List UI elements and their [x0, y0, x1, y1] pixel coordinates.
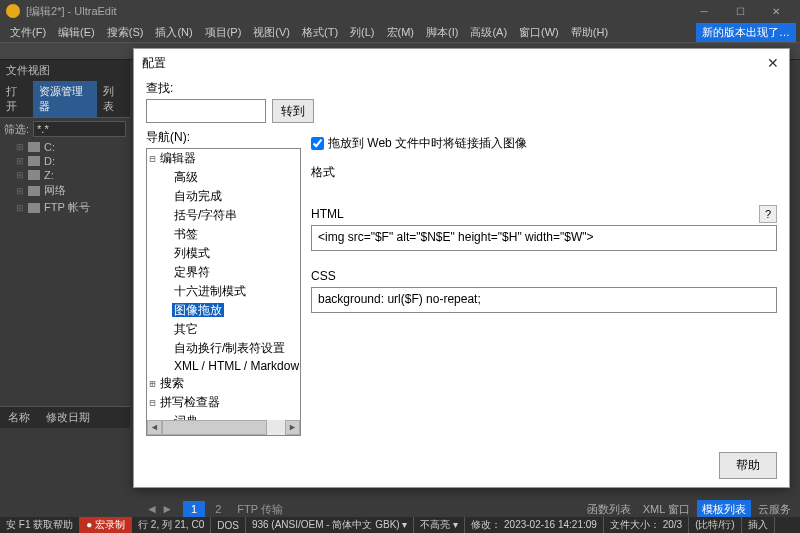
- explorer-item[interactable]: ⊞FTP 帐号: [0, 199, 130, 216]
- explorer-item[interactable]: ⊞D:: [0, 154, 130, 168]
- status-modified: 修改： 2023-02-16 14:21:09: [465, 517, 604, 533]
- format-label: 格式: [311, 164, 777, 181]
- menu-item[interactable]: 搜索(S): [101, 23, 150, 42]
- nav-label: 导航(N):: [146, 129, 301, 146]
- minimize-button[interactable]: ─: [686, 0, 722, 22]
- doc-tab-2[interactable]: 2: [209, 501, 227, 517]
- menu-item[interactable]: 格式(T): [296, 23, 344, 42]
- status-unit: (比特/行): [689, 517, 741, 533]
- menu-item[interactable]: 编辑(E): [52, 23, 101, 42]
- status-lineending[interactable]: DOS: [211, 517, 246, 533]
- menu-item[interactable]: 插入(N): [149, 23, 198, 42]
- tree-node[interactable]: ⊞搜索: [147, 374, 300, 393]
- side-panel-title: 文件视图: [0, 60, 130, 81]
- app-icon: [6, 4, 20, 18]
- ftp-tab[interactable]: FTP 传输: [231, 500, 289, 519]
- menu-item[interactable]: 列(L): [344, 23, 380, 42]
- side-tab-open[interactable]: 打开: [0, 81, 33, 117]
- status-position: 行 2, 列 21, C0: [132, 517, 211, 533]
- doc-tab-1[interactable]: 1: [183, 501, 205, 517]
- side-tab-list[interactable]: 列表: [97, 81, 130, 117]
- status-help: 安 F1 获取帮助: [0, 517, 80, 533]
- tree-node[interactable]: 定界符: [147, 263, 300, 282]
- tree-node[interactable]: ⊟拼写检查器: [147, 393, 300, 412]
- go-button[interactable]: 转到: [272, 99, 314, 123]
- filter-label: 筛选:: [4, 122, 29, 137]
- help-icon[interactable]: ?: [759, 205, 777, 223]
- menu-item[interactable]: 宏(M): [381, 23, 421, 42]
- html-template-input[interactable]: <img src="$F" alt="$N$E" height="$H" wid…: [311, 225, 777, 251]
- tree-hscroll[interactable]: ◄►: [147, 420, 300, 435]
- search-input[interactable]: [146, 99, 266, 123]
- css-template-input[interactable]: background: url($F) no-repeat;: [311, 287, 777, 313]
- col-date[interactable]: 修改日期: [38, 407, 98, 428]
- window-title: [编辑2*] - UltraEdit: [26, 4, 686, 19]
- menu-item[interactable]: 窗口(W): [513, 23, 565, 42]
- tab-arrows[interactable]: ◄ ►: [140, 502, 179, 516]
- tree-node[interactable]: 自动完成: [147, 187, 300, 206]
- menu-item[interactable]: 脚本(I): [420, 23, 464, 42]
- tree-node[interactable]: 自动换行/制表符设置: [147, 339, 300, 358]
- dialog-title: 配置: [142, 55, 765, 72]
- status-filesize: 文件大小： 20/3: [604, 517, 689, 533]
- status-insert[interactable]: 插入: [742, 517, 775, 533]
- col-name[interactable]: 名称: [0, 407, 38, 428]
- explorer-item[interactable]: ⊞C:: [0, 140, 130, 154]
- tree-node[interactable]: 高级: [147, 168, 300, 187]
- filter-select[interactable]: *.*: [33, 121, 126, 137]
- status-highlight[interactable]: 不高亮 ▾: [414, 517, 465, 533]
- html-label: HTML: [311, 207, 344, 221]
- drag-drop-checkbox[interactable]: [311, 137, 324, 150]
- menu-item[interactable]: 项目(P): [199, 23, 248, 42]
- menu-item[interactable]: 帮助(H): [565, 23, 614, 42]
- tree-node[interactable]: 图像拖放: [147, 301, 300, 320]
- config-dialog: 配置 ✕ 查找: 转到 导航(N): ⊟编辑器高级自动完成括号/字符串书签列模式…: [133, 48, 790, 488]
- drag-drop-label: 拖放到 Web 文件中时将链接插入图像: [328, 135, 527, 152]
- search-label: 查找:: [146, 80, 266, 97]
- tree-node[interactable]: 括号/字符串: [147, 206, 300, 225]
- status-macro-record[interactable]: ● 宏录制: [80, 517, 132, 533]
- nav-tree[interactable]: ⊟编辑器高级自动完成括号/字符串书签列模式定界符十六进制模式图像拖放其它自动换行…: [146, 148, 301, 436]
- css-label: CSS: [311, 269, 336, 283]
- menu-item[interactable]: 文件(F): [4, 23, 52, 42]
- menu-item[interactable]: 高级(A): [464, 23, 513, 42]
- maximize-button[interactable]: ☐: [722, 0, 758, 22]
- menu-item[interactable]: 视图(V): [247, 23, 296, 42]
- status-codepage[interactable]: 936 (ANSI/OEM - 简体中文 GBK) ▾: [246, 517, 415, 533]
- close-button[interactable]: ✕: [758, 0, 794, 22]
- tree-node[interactable]: 书签: [147, 225, 300, 244]
- tree-node[interactable]: ⊟编辑器: [147, 149, 300, 168]
- tree-node[interactable]: 其它: [147, 320, 300, 339]
- explorer-item[interactable]: ⊞网络: [0, 182, 130, 199]
- dialog-close-button[interactable]: ✕: [765, 56, 781, 72]
- tree-node[interactable]: 列模式: [147, 244, 300, 263]
- explorer-item[interactable]: ⊞Z:: [0, 168, 130, 182]
- tree-node[interactable]: 十六进制模式: [147, 282, 300, 301]
- new-version-banner[interactable]: 新的版本出现了…: [696, 23, 796, 42]
- side-tab-explorer[interactable]: 资源管理器: [33, 81, 97, 117]
- help-button[interactable]: 帮助: [719, 452, 777, 479]
- tree-node[interactable]: XML / HTML / Markdow: [147, 358, 300, 374]
